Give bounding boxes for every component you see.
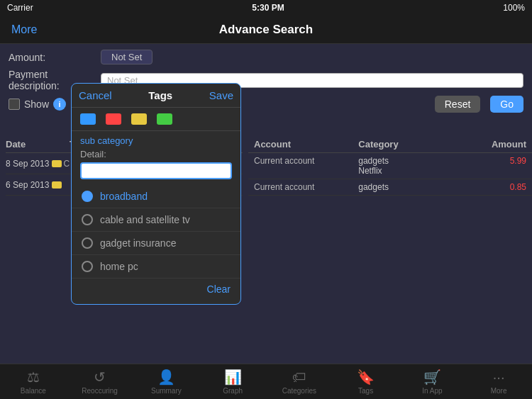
more-label: More: [491, 387, 507, 395]
reoccuring-label: Reoccuring: [82, 387, 118, 395]
status-bar: Carrier 5:30 PM 100%: [0, 0, 532, 16]
info-icon[interactable]: i: [53, 98, 66, 111]
dropdown-title: Tags: [148, 89, 172, 101]
graph-label: Graph: [223, 387, 243, 395]
table-right-header: Account Category Amount: [248, 136, 532, 153]
detail-label: Detail:: [72, 147, 240, 162]
radio-circle-cable: [82, 214, 93, 225]
tab-balance[interactable]: ⚖ Balance: [0, 369, 67, 395]
tag-icons-row: [72, 108, 240, 131]
tab-categories[interactable]: 🏷 Categories: [266, 369, 333, 395]
nav-bar: More Advance Search: [0, 16, 532, 44]
page-title: Advance Search: [219, 23, 313, 37]
radio-label-gadget: gadget insurance: [100, 237, 176, 249]
radio-label-broadband: broadband: [100, 191, 148, 202]
yellow-tag-icon[interactable]: [131, 113, 147, 125]
radio-label-homepc: home pc: [100, 261, 138, 272]
row1-date: 8 Sep 2013: [6, 159, 49, 169]
row2-account: Current account: [254, 182, 358, 192]
table-right: Account Category Amount Current account …: [248, 136, 532, 196]
carrier-label: Carrier: [7, 3, 33, 13]
radio-item-homepc[interactable]: home pc: [72, 255, 240, 279]
category-header: Category: [358, 139, 484, 150]
radio-item-cable[interactable]: cable and satellite tv: [72, 208, 240, 232]
balance-label: Balance: [21, 387, 46, 395]
row1-tag: [52, 160, 62, 167]
main-content: Amount: Not Set Payment description: Not…: [0, 44, 532, 364]
tags-icon: 🔖: [357, 369, 375, 386]
show-label: Show: [24, 99, 49, 110]
amount-row: Amount: Not Set: [9, 50, 523, 64]
radio-circle-gadget: [82, 237, 93, 249]
tab-summary[interactable]: 👤 Summary: [133, 369, 200, 395]
summary-label: Summary: [151, 387, 182, 395]
row1-categories: gadgets Netflix: [358, 156, 484, 176]
more-nav-button[interactable]: More: [11, 23, 37, 36]
row1-cat-abbr: C: [63, 159, 70, 169]
tags-dropdown: Cancel Tags Save sub category Detail: br…: [71, 83, 241, 305]
radio-circle-homepc: [82, 261, 93, 272]
tab-bar: ⚖ Balance ↺ Reoccuring 👤 Summary 📊 Graph…: [0, 364, 532, 399]
balance-icon: ⚖: [27, 369, 40, 386]
radio-item-broadband[interactable]: broadband: [72, 185, 240, 208]
tab-inapp[interactable]: 🛒 In App: [399, 369, 466, 395]
row1-account: Current account: [254, 156, 358, 166]
sub-category-label: sub category: [72, 131, 240, 147]
row2-category: gadgets: [358, 182, 484, 192]
green-tag-icon[interactable]: [157, 113, 172, 125]
save-button[interactable]: Save: [209, 89, 233, 101]
amount-value: Not Set: [101, 50, 153, 64]
row2-date: 6 Sep 2013: [6, 180, 49, 190]
dropdown-header: Cancel Tags Save: [72, 84, 240, 108]
show-checkbox[interactable]: [9, 99, 20, 110]
tab-more[interactable]: ··· More: [465, 369, 532, 395]
clear-button[interactable]: Clear: [207, 283, 231, 295]
reoccuring-icon: ↺: [94, 369, 106, 386]
reset-button[interactable]: Reset: [435, 96, 481, 113]
detail-input[interactable]: [80, 162, 232, 179]
inapp-label: In App: [422, 387, 442, 395]
cancel-button[interactable]: Cancel: [79, 89, 112, 101]
row2-amount: 0.85: [484, 182, 526, 192]
inapp-icon: 🛒: [423, 369, 441, 386]
categories-icon: 🏷: [292, 369, 306, 386]
battery-label: 100%: [503, 3, 525, 13]
tab-tags[interactable]: 🔖 Tags: [333, 369, 399, 395]
clear-button-container: Clear: [72, 279, 240, 298]
blue-tag-icon[interactable]: [80, 113, 96, 125]
amount-header: Amount: [484, 139, 526, 150]
row2-tag: [52, 181, 62, 189]
categories-label: Categories: [282, 387, 316, 395]
go-button[interactable]: Go: [490, 96, 523, 113]
tags-label: Tags: [358, 387, 373, 395]
account-header: Account: [254, 139, 358, 150]
radio-label-cable: cable and satellite tv: [100, 214, 190, 225]
radio-circle-broadband: [82, 191, 93, 202]
tab-graph[interactable]: 📊 Graph: [199, 369, 266, 395]
amount-label: Amount:: [9, 52, 101, 63]
radio-item-gadget[interactable]: gadget insurance: [72, 232, 240, 255]
more-icon: ···: [493, 369, 505, 386]
red-tag-icon[interactable]: [106, 113, 121, 125]
table-row: Current account gadgets 0.85: [248, 179, 532, 196]
summary-icon: 👤: [157, 369, 175, 386]
time-label: 5:30 PM: [252, 3, 284, 13]
table-row: Current account gadgets Netflix 5.99: [248, 153, 532, 179]
row1-amount: 5.99: [484, 156, 526, 166]
tab-reoccuring[interactable]: ↺ Reoccuring: [67, 369, 133, 395]
graph-icon: 📊: [224, 369, 242, 386]
date-header: Date: [6, 139, 70, 150]
